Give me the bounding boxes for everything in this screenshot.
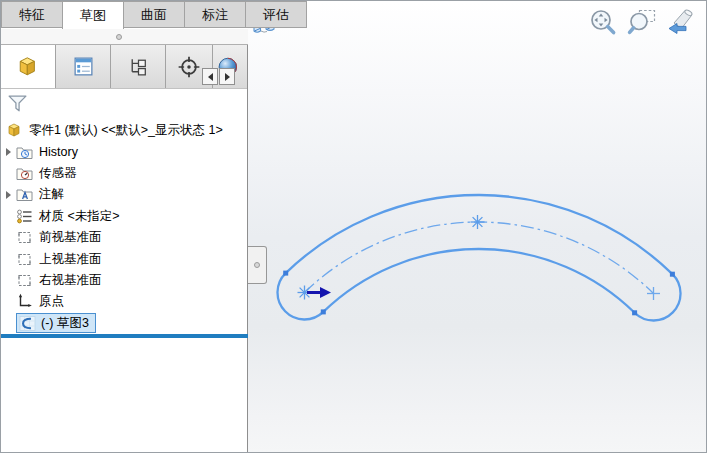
selected-item-highlight: (-) 草图3	[16, 313, 96, 333]
part-icon	[16, 55, 40, 79]
tab-features[interactable]: 特征	[1, 1, 63, 28]
featuremanager-tree-tab[interactable]	[1, 45, 56, 88]
tree-item-sensors[interactable]: 传感器	[1, 163, 246, 184]
slot-outline[interactable]	[277, 195, 680, 320]
propertymanager-tab[interactable]	[56, 45, 111, 88]
tree-item-sketch3[interactable]: (-) 草图3	[1, 313, 246, 334]
tree-item-history[interactable]: History	[1, 141, 246, 162]
expand-arrow-icon[interactable]	[1, 191, 16, 199]
right-arrow-icon	[225, 73, 230, 81]
manager-tab-bar	[1, 45, 247, 89]
previous-view-icon	[666, 8, 696, 38]
sketch-canvas	[248, 2, 707, 453]
filter-funnel-icon	[7, 93, 28, 114]
tab-markup[interactable]: 标注	[184, 1, 246, 28]
tree-item-origin[interactable]: 原点	[1, 291, 246, 312]
tree-filter-button[interactable]	[7, 93, 29, 115]
configurationmanager-tab[interactable]	[111, 45, 166, 88]
featuremanager-panel: 零件1 (默认) <<默认>_显示状态 1> History 传感器	[1, 45, 248, 453]
configurationmanager-icon	[127, 55, 150, 78]
expand-arrow-icon[interactable]	[1, 148, 16, 156]
tree-root-label: 零件1 (默认) <<默认>_显示状态 1>	[29, 122, 223, 139]
strip-grip-dot[interactable]	[116, 34, 122, 40]
sensors-icon	[16, 165, 33, 182]
tree-item-label: (-) 草图3	[41, 315, 89, 332]
tab-surfaces[interactable]: 曲面	[123, 1, 185, 28]
sketch-origin-arrow[interactable]	[307, 287, 331, 298]
propertymanager-icon	[72, 55, 95, 78]
plane-icon	[16, 272, 33, 289]
tree-item-top-plane[interactable]: 上视基准面	[1, 248, 246, 269]
history-icon	[16, 144, 33, 161]
manager-tab-scroll-arrows	[201, 68, 235, 85]
tree-item-label: 右视基准面	[39, 272, 102, 289]
zoom-to-fit-button[interactable]	[587, 7, 619, 39]
splitter-grip-dot	[254, 262, 260, 268]
tree-item-material[interactable]: 材质 <未指定>	[1, 206, 246, 227]
tree-item-right-plane[interactable]: 右视基准面	[1, 270, 246, 291]
material-icon	[16, 208, 33, 225]
graphics-viewport[interactable]	[248, 2, 707, 453]
scroll-right-button[interactable]	[219, 68, 235, 85]
tree-item-label: History	[39, 145, 78, 159]
tree-item-annotations[interactable]: 注解	[1, 184, 246, 205]
tree-item-label: 上视基准面	[39, 251, 102, 268]
zoom-to-fit-icon	[588, 8, 618, 38]
commandmanager-tabs: 特征 草图 曲面 标注 评估	[1, 1, 307, 29]
left-arrow-icon	[208, 73, 213, 81]
solidworks-window: 特征 草图 曲面 标注 评估	[0, 0, 707, 453]
plane-icon	[16, 229, 33, 246]
endpoint-handles[interactable]	[283, 271, 675, 316]
scroll-left-button[interactable]	[202, 68, 218, 85]
plane-icon	[16, 251, 33, 268]
tree-root-part[interactable]: 零件1 (默认) <<默认>_显示状态 1>	[1, 120, 246, 141]
slot-centerline[interactable]	[305, 222, 654, 293]
featuremanager-design-tree: 零件1 (默认) <<默认>_显示状态 1> History 传感器	[1, 120, 246, 334]
dimxpert-target-icon	[177, 55, 201, 79]
zoom-to-area-button[interactable]	[626, 7, 658, 39]
tree-item-front-plane[interactable]: 前视基准面	[1, 227, 246, 248]
arc-midpoint-asterisk[interactable]	[471, 215, 485, 229]
rollback-bar[interactable]	[1, 334, 248, 338]
tree-item-label: 前视基准面	[39, 229, 102, 246]
previous-view-button[interactable]	[665, 7, 697, 39]
origin-icon	[16, 293, 33, 310]
tree-item-label: 原点	[39, 293, 64, 310]
part-icon	[6, 122, 23, 139]
commandmanager-collapsed-strip	[1, 29, 248, 45]
panel-splitter-handle[interactable]	[248, 246, 267, 284]
sketch-icon	[19, 315, 36, 332]
tab-sketch[interactable]: 草图	[62, 1, 124, 29]
tree-item-label: 材质 <未指定>	[39, 208, 120, 225]
tree-item-label: 传感器	[39, 165, 77, 182]
tab-evaluate[interactable]: 评估	[245, 1, 307, 28]
zoom-to-area-icon	[627, 8, 657, 38]
tree-item-label: 注解	[39, 186, 64, 203]
annotations-icon	[16, 186, 33, 203]
